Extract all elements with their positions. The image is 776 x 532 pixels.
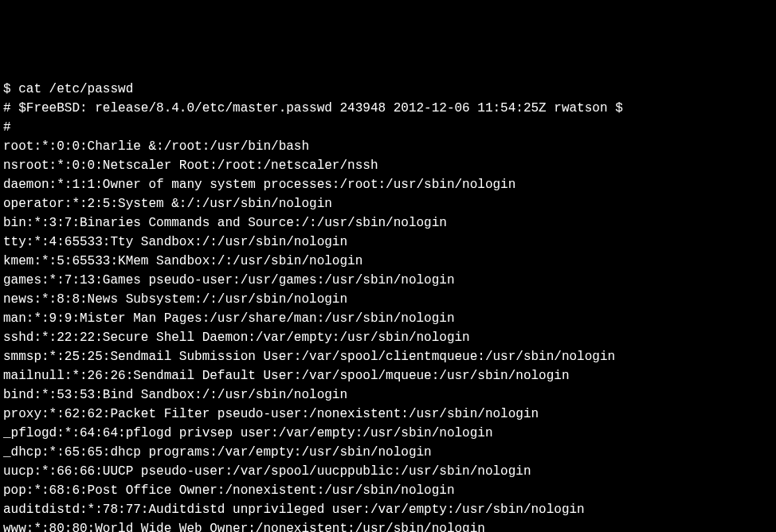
output-line: sshd:*:22:22:Secure Shell Daemon:/var/em…	[3, 328, 773, 347]
output-line: pop:*:68:6:Post Office Owner:/nonexisten…	[3, 481, 773, 500]
output-line: bind:*:53:53:Bind Sandbox:/:/usr/sbin/no…	[3, 385, 773, 405]
output-line: _dhcp:*:65:65:dhcp programs:/var/empty:/…	[3, 443, 773, 462]
command-line: $ cat /etc/passwd	[3, 80, 773, 99]
output-line: www:*:80:80:World Wide Web Owner:/nonexi…	[3, 519, 773, 532]
output-line: uucp:*:66:66:UUCP pseudo-user:/var/spool…	[3, 462, 773, 481]
output-line: kmem:*:5:65533:KMem Sandbox:/:/usr/sbin/…	[3, 252, 773, 271]
command-text: cat /etc/passwd	[18, 82, 133, 96]
output-line: operator:*:2:5:System &:/:/usr/sbin/nolo…	[3, 194, 773, 213]
output-line: proxy:*:62:62:Packet Filter pseudo-user:…	[3, 405, 773, 424]
output-line: root:*:0:0:Charlie &:/root:/usr/bin/bash	[3, 137, 773, 156]
output-line: #	[3, 118, 773, 137]
prompt: $	[3, 82, 18, 96]
output-line: mailnull:*:26:26:Sendmail Default User:/…	[3, 366, 773, 385]
output-line: bin:*:3:7:Binaries Commands and Source:/…	[3, 213, 773, 233]
output-line: auditdistd:*:78:77:Auditdistd unprivileg…	[3, 500, 773, 519]
output-line: daemon:*:1:1:Owner of many system proces…	[3, 175, 773, 194]
output-line: nsroot:*:0:0:Netscaler Root:/root:/netsc…	[3, 156, 773, 175]
output-line: games:*:7:13:Games pseudo-user:/usr/game…	[3, 271, 773, 290]
output-line: news:*:8:8:News Subsystem:/:/usr/sbin/no…	[3, 290, 773, 309]
output-line: tty:*:4:65533:Tty Sandbox:/:/usr/sbin/no…	[3, 233, 773, 252]
terminal-output[interactable]: $ cat /etc/passwd# $FreeBSD: release/8.4…	[3, 80, 773, 532]
output-line: # $FreeBSD: release/8.4.0/etc/master.pas…	[3, 99, 773, 118]
output-line: man:*:9:9:Mister Man Pages:/usr/share/ma…	[3, 309, 773, 328]
output-line: _pflogd:*:64:64:pflogd privsep user:/var…	[3, 424, 773, 443]
output-line: smmsp:*:25:25:Sendmail Submission User:/…	[3, 347, 773, 366]
